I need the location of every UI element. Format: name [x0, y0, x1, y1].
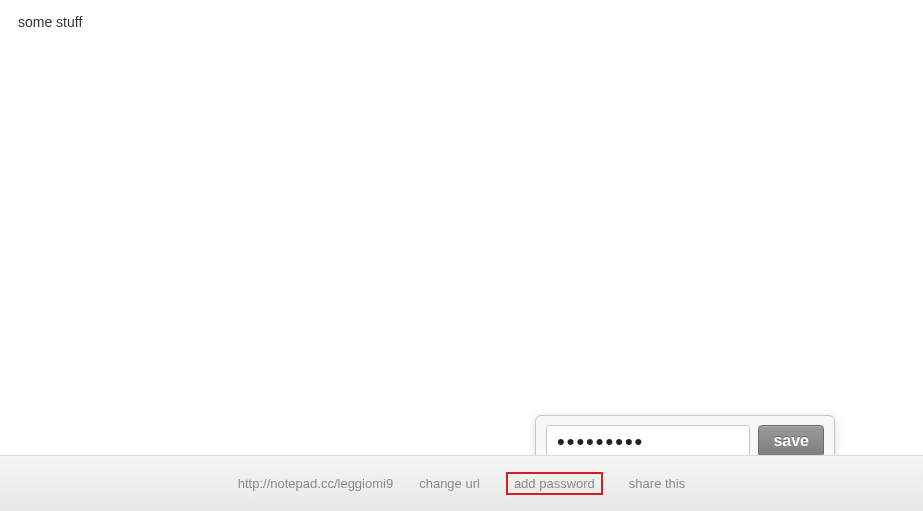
- share-this-link[interactable]: share this: [629, 476, 685, 491]
- footer-bar: http://notepad.cc/leggiomi9 change url a…: [0, 455, 923, 511]
- page-url: http://notepad.cc/leggiomi9: [238, 476, 393, 491]
- save-button[interactable]: save: [758, 425, 824, 457]
- editor-content[interactable]: some stuff: [18, 14, 905, 30]
- change-url-link[interactable]: change url: [419, 476, 480, 491]
- editor-area[interactable]: some stuff: [0, 0, 923, 455]
- add-password-link[interactable]: add password: [506, 472, 603, 495]
- password-input[interactable]: •••••••••: [546, 425, 750, 457]
